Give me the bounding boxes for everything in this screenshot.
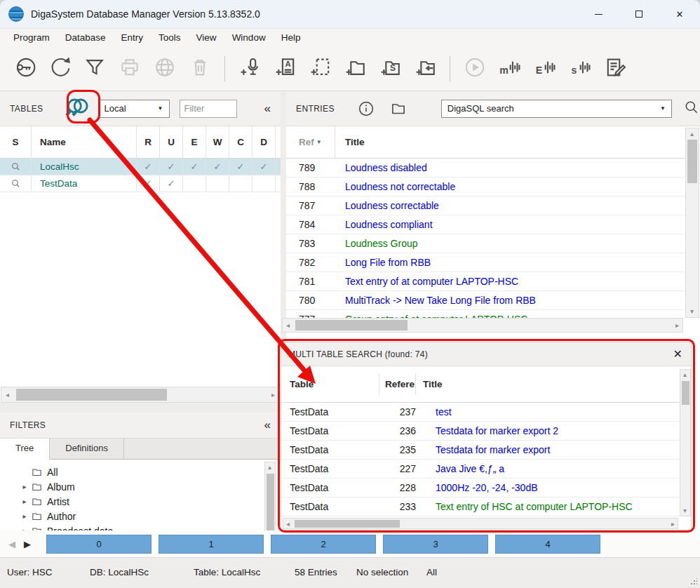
entry-row[interactable]: 784Loudness compliant — [286, 215, 685, 234]
tree-item-artist[interactable]: ▸Artist — [0, 494, 264, 509]
entry-search-button[interactable] — [683, 99, 700, 119]
column-header-c[interactable]: C — [229, 126, 253, 158]
scroll-up-arrow[interactable]: ▴ — [683, 371, 687, 378]
search-result-row[interactable]: TestData236Testdata for marker export 2 — [281, 422, 691, 441]
expander-icon[interactable]: ▸ — [20, 483, 29, 490]
table-row[interactable]: TestData✓✓ — [0, 175, 281, 192]
scroll-left-arrow[interactable]: ◂ — [286, 521, 290, 528]
search-result-row[interactable]: TestData227Java Jive €,ƒ„ a — [281, 460, 691, 479]
scrollbar-thumb[interactable] — [295, 520, 400, 528]
add-audio-entry-button[interactable] — [232, 52, 267, 86]
add-linked-folder-button[interactable] — [408, 52, 443, 86]
result-title-link[interactable]: Java Jive €,ƒ„ a — [416, 463, 504, 474]
tree-item-album[interactable]: ▸Album — [0, 479, 264, 494]
ref-column-header[interactable]: Ref ▼ — [286, 126, 335, 158]
entries-hscrollbar[interactable]: ◂ ▸ — [282, 318, 683, 333]
result-title-link[interactable]: Text entry of HSC at computer LAPTOP-HSC — [416, 501, 633, 512]
menu-item-window[interactable]: Window — [224, 30, 274, 45]
scrollbar-thumb[interactable] — [682, 381, 689, 405]
scroll-up-arrow[interactable]: ▴ — [268, 464, 271, 471]
entry-info-button[interactable] — [357, 100, 375, 118]
entry-row[interactable]: 788Loudness not correctable — [286, 178, 685, 196]
menu-item-view[interactable]: View — [189, 30, 224, 45]
scrollbar-thumb[interactable] — [687, 140, 697, 183]
scroll-right-arrow[interactable]: ▸ — [271, 392, 275, 399]
scroll-down-arrow[interactable]: ▾ — [690, 308, 694, 315]
scroll-left-arrow[interactable]: ◂ — [6, 392, 9, 399]
table-column-header[interactable]: Table — [281, 373, 379, 395]
close-button[interactable]: ✕ — [659, 0, 700, 28]
entry-row[interactable]: 780MultiTrack -> New Take Long File from… — [286, 291, 685, 310]
multi-table-search-button[interactable] — [62, 95, 90, 123]
refresh-button[interactable] — [42, 52, 77, 86]
table-search-icon[interactable] — [0, 175, 32, 192]
entry-row[interactable]: 783Loudness Group — [286, 234, 685, 253]
entry-title-link[interactable]: MultiTrack -> New Take Long File from RB… — [335, 295, 536, 306]
multi-search-hscrollbar[interactable]: ◂ ▸ — [283, 518, 678, 529]
table-row[interactable]: LocalHsc✓✓✓✓✓✓ — [0, 159, 281, 175]
tables-hscrollbar[interactable]: ◂ ▸ — [1, 387, 280, 403]
menu-item-tools[interactable]: Tools — [151, 30, 189, 45]
scroll-up-arrow[interactable]: ▴ — [690, 131, 694, 138]
menu-item-help[interactable]: Help — [274, 30, 309, 45]
tab-tree[interactable]: Tree — [0, 439, 50, 460]
result-title-link[interactable]: 1000Hz -20, -24, -30dB — [416, 482, 538, 493]
result-title-link[interactable]: Testdata for marker export — [416, 444, 550, 455]
entry-title-link[interactable]: Loudness disabled — [335, 162, 427, 173]
scroll-right-arrow[interactable]: ▸ — [671, 521, 675, 528]
tree-item-author[interactable]: ▸Author — [0, 509, 264, 523]
table-filter-input[interactable] — [180, 100, 237, 118]
horizontal-splitter[interactable] — [0, 403, 281, 413]
entry-row[interactable]: 789Loudness disabled — [286, 159, 685, 178]
filter-button[interactable] — [77, 52, 112, 86]
folder-view-button[interactable] — [389, 100, 408, 118]
table-search-icon[interactable] — [0, 159, 32, 175]
page-forward-button[interactable]: ▶ — [24, 539, 31, 549]
multi-search-vscrollbar[interactable]: ▴ ▾ — [680, 369, 691, 516]
key-button[interactable] — [7, 52, 42, 86]
column-header-name[interactable]: Name — [32, 126, 137, 158]
column-header-s[interactable]: S — [0, 126, 32, 158]
tab-definitions[interactable]: Definitions — [50, 439, 124, 459]
filters-collapse-button[interactable]: « — [264, 418, 271, 432]
add-folder-button[interactable] — [337, 52, 372, 86]
scrollbar-thumb[interactable] — [16, 389, 167, 401]
page-back-button[interactable]: ◀ — [8, 539, 15, 549]
page-button-2[interactable]: 2 — [271, 535, 376, 554]
search-result-row[interactable]: TestData237test — [281, 403, 691, 422]
scroll-down-arrow[interactable]: ▾ — [683, 507, 687, 514]
search-result-row[interactable]: TestData2281000Hz -20, -24, -30dB — [281, 479, 691, 497]
search-result-row[interactable]: TestData235Testdata for marker export — [281, 441, 691, 460]
entries-vscrollbar[interactable]: ▴ ▾ — [685, 128, 699, 318]
column-header-e[interactable]: E — [183, 126, 206, 158]
search-result-row[interactable]: TestData233Text entry of HSC at computer… — [281, 497, 691, 516]
title-column-header[interactable]: Title — [335, 137, 365, 147]
tables-collapse-button[interactable]: « — [264, 102, 271, 116]
multi-search-close-button[interactable]: ✕ — [673, 347, 682, 361]
column-header-w[interactable]: W — [206, 126, 229, 158]
table-scope-dropdown[interactable]: Local ▼ — [98, 100, 170, 118]
add-empty-entry-button[interactable] — [302, 52, 337, 86]
scroll-right-arrow[interactable]: ▸ — [675, 322, 679, 329]
reference-column-header[interactable]: Refere — [379, 373, 416, 395]
add-subfolder-button[interactable]: S — [372, 52, 408, 86]
entry-title-link[interactable]: Loudness Group — [335, 238, 418, 249]
entry-title-link[interactable]: Loudness compliant — [335, 219, 433, 230]
entry-row[interactable]: 782Long File from RBB — [286, 253, 685, 272]
multitrack-editor-button[interactable]: m — [492, 52, 527, 86]
scrollbar-thumb[interactable] — [295, 320, 408, 330]
add-text-entry-button[interactable]: A — [267, 52, 302, 86]
scroll-left-arrow[interactable]: ◂ — [286, 322, 290, 329]
entry-row[interactable]: 781Text entry of at computer LAPTOP-HSC — [286, 272, 685, 291]
result-title-link[interactable]: test — [416, 406, 452, 417]
result-title-link[interactable]: Testdata for marker export 2 — [416, 425, 558, 436]
column-header-u[interactable]: U — [160, 126, 183, 158]
entry-title-link[interactable]: Text entry of at computer LAPTOP-HSC — [335, 276, 518, 287]
entry-title-link[interactable]: Long File from RBB — [335, 257, 431, 268]
single-editor-button[interactable]: s — [563, 52, 598, 86]
title-column-header[interactable]: Title — [416, 379, 443, 389]
expander-icon[interactable]: ▸ — [20, 512, 29, 520]
column-header-d[interactable]: D — [253, 126, 276, 158]
menu-item-program[interactable]: Program — [6, 30, 58, 45]
page-button-4[interactable]: 4 — [495, 535, 600, 554]
